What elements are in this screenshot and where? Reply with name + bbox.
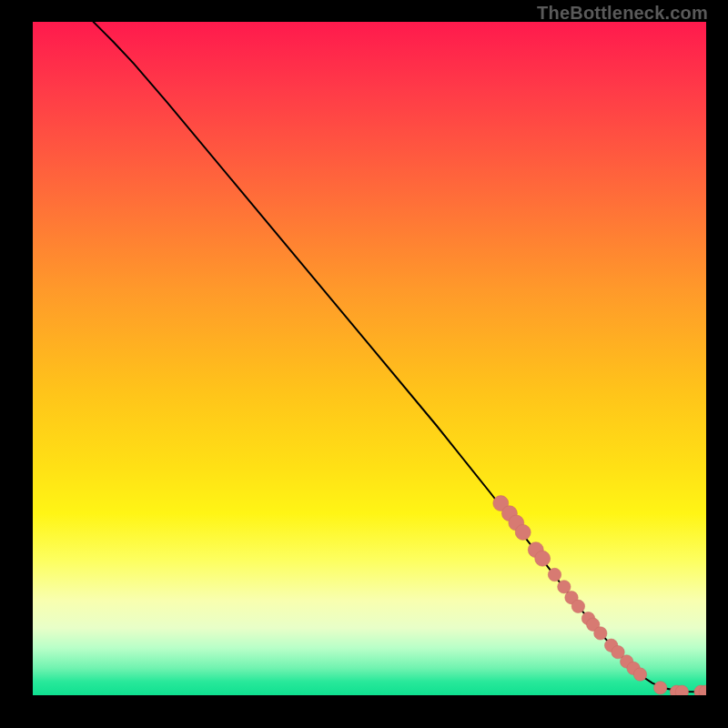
plot-background <box>33 22 706 695</box>
chart-stage: TheBottleneck.com <box>0 0 728 728</box>
branding-watermark: TheBottleneck.com <box>537 2 708 24</box>
